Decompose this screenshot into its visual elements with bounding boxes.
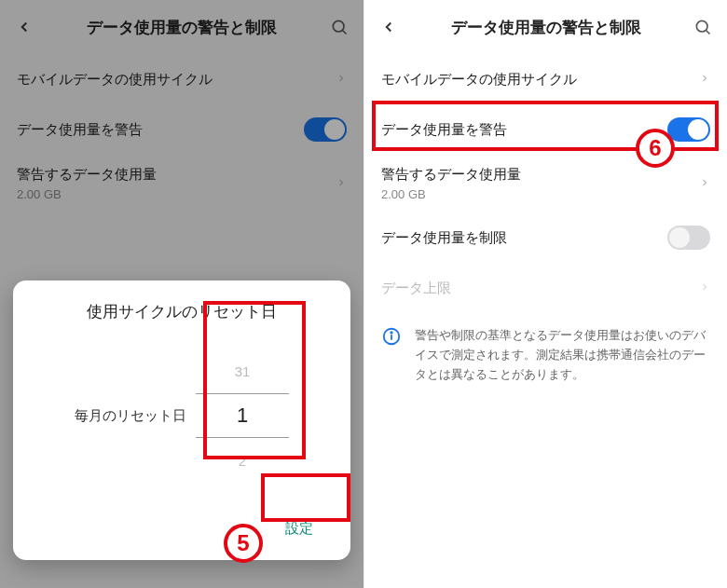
svg-point-2 bbox=[696, 21, 707, 32]
picker-current: 1 bbox=[196, 393, 289, 438]
row-label: データ使用量を警告 bbox=[381, 121, 667, 139]
row-data-warning[interactable]: データ使用量を警告 bbox=[381, 104, 710, 155]
dialog-title: 使用サイクルのリセット日 bbox=[34, 301, 330, 322]
phone-left: データ使用量の警告と制限 モバイルデータの使用サイクル データ使用量を警告 警告… bbox=[0, 0, 364, 588]
chevron-right-icon bbox=[699, 175, 710, 192]
row-sublabel: 2.00 GB bbox=[381, 187, 699, 201]
confirm-button[interactable]: 設定 bbox=[268, 511, 330, 547]
toggle-data-warning[interactable] bbox=[667, 117, 710, 142]
svg-line-3 bbox=[706, 31, 710, 34]
header: データ使用量の警告と制限 bbox=[364, 0, 727, 54]
phone-right: データ使用量の警告と制限 モバイルデータの使用サイクル データ使用量を警告 警告… bbox=[364, 0, 727, 588]
row-label: 警告するデータ使用量 bbox=[381, 166, 699, 184]
info-section: 警告や制限の基準となるデータ使用量はお使いのデバイスで測定されます。測定結果は携… bbox=[364, 317, 727, 393]
dialog-body: 毎月のリセット日 31 1 2 bbox=[34, 349, 330, 483]
info-icon bbox=[381, 326, 402, 347]
dialog-body-label: 毎月のリセット日 bbox=[75, 407, 186, 425]
toggle-data-limit[interactable] bbox=[667, 226, 710, 250]
reset-day-dialog: 使用サイクルのリセット日 毎月のリセット日 31 1 2 設定 bbox=[13, 280, 350, 560]
page-title: データ使用量の警告と制限 bbox=[404, 17, 688, 38]
row-usage-cycle[interactable]: モバイルデータの使用サイクル bbox=[381, 54, 710, 104]
dialog-actions: 設定 bbox=[34, 511, 330, 547]
picker-next: 2 bbox=[196, 438, 289, 483]
chevron-right-icon bbox=[699, 280, 710, 296]
chevron-right-icon bbox=[699, 71, 710, 88]
back-icon[interactable] bbox=[374, 12, 404, 42]
picker-prev: 31 bbox=[196, 349, 289, 393]
settings-list: モバイルデータの使用サイクル データ使用量を警告 警告するデータ使用量 2.00… bbox=[364, 54, 727, 313]
day-picker[interactable]: 31 1 2 bbox=[196, 349, 289, 483]
row-label: モバイルデータの使用サイクル bbox=[381, 71, 699, 89]
svg-point-6 bbox=[391, 332, 391, 333]
row-data-cap: データ上限 bbox=[381, 263, 710, 313]
row-data-limit[interactable]: データ使用量を制限 bbox=[381, 212, 710, 263]
row-label: データ上限 bbox=[381, 280, 699, 297]
search-icon[interactable] bbox=[688, 12, 718, 42]
info-text: 警告や制限の基準となるデータ使用量はお使いのデバイスで測定されます。測定結果は携… bbox=[415, 326, 710, 384]
row-warning-threshold[interactable]: 警告するデータ使用量 2.00 GB bbox=[381, 155, 710, 212]
row-label: データ使用量を制限 bbox=[381, 229, 667, 247]
